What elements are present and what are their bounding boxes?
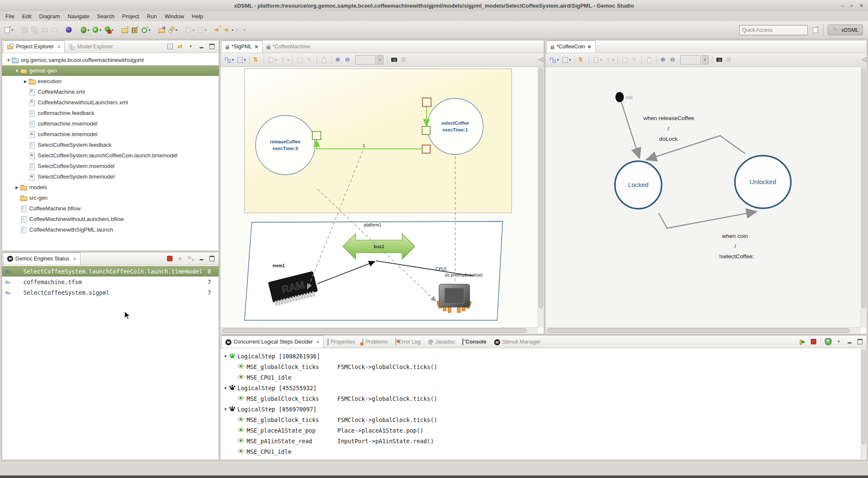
input-port-selectcoffee[interactable] bbox=[422, 126, 430, 134]
vertical-scrollbar[interactable] bbox=[538, 67, 543, 327]
new-class-icon[interactable]: ▾ bbox=[140, 25, 151, 36]
xdsml-perspective-button[interactable]: xDSML bbox=[828, 25, 863, 35]
horizontal-scrollbar[interactable] bbox=[546, 327, 861, 333]
mse-event-row[interactable]: MSE_placeA1State_pop Place->placeA1State… bbox=[220, 425, 861, 436]
run-icon[interactable]: ▾ bbox=[91, 25, 103, 36]
tree-item-gemoc-gen[interactable]: ▼ gemoc-gen bbox=[2, 65, 219, 76]
tab-error-log[interactable]: Error Log bbox=[392, 336, 424, 348]
new-wizard-icon[interactable]: ▾ bbox=[3, 25, 14, 36]
maximize-view-icon[interactable] bbox=[209, 255, 215, 262]
tree-item-coffemachine-timemodel[interactable]: coffemachine.timemodel bbox=[2, 129, 219, 140]
close-icon[interactable]: ✕ bbox=[57, 45, 61, 49]
tree-item-coffemachine-msemodel[interactable]: coffemachine.msemodel bbox=[2, 118, 219, 129]
logical-step-row[interactable]: ▼ LogicalStep [1008261936] bbox=[220, 351, 861, 361]
vertical-scrollbar[interactable] bbox=[861, 349, 866, 459]
tree-item-execution[interactable]: ▶ execution bbox=[2, 76, 219, 87]
engine-row-coffemachine-tfsm[interactable]: ⚙⚙ coffemachine.tfsm 7 bbox=[2, 277, 219, 287]
logical-step-row[interactable]: ▼ LogicalStep [455255932] bbox=[220, 383, 861, 393]
export-as-image-icon[interactable] bbox=[715, 54, 724, 65]
mse-event-row[interactable]: MSE_globalClock_ticks FSMClock->globalCl… bbox=[220, 414, 861, 425]
collapse-arrow-icon[interactable]: ▼ bbox=[222, 407, 229, 411]
tab-coffeecoin[interactable]: *CoffeeCoin ✕ bbox=[546, 40, 596, 53]
window-maximize-button[interactable]: + bbox=[850, 3, 854, 9]
tab-concurrent-logical-steps-decider[interactable]: M Concurrent Logical Steps Decider ✕ bbox=[221, 335, 324, 348]
new-package-icon[interactable] bbox=[130, 25, 139, 36]
menu-project[interactable]: Project bbox=[118, 12, 143, 20]
maximize-view-icon[interactable] bbox=[857, 338, 863, 345]
stop-engine-icon[interactable] bbox=[166, 255, 173, 262]
view-menu-icon[interactable]: ▼ bbox=[187, 43, 194, 50]
open-perspective-icon[interactable] bbox=[812, 27, 819, 34]
layer-filter-icon[interactable]: ▾ bbox=[548, 54, 560, 65]
collapse-all-icon[interactable]: − bbox=[167, 44, 173, 49]
output-port-top[interactable] bbox=[423, 98, 431, 106]
quick-access-input[interactable] bbox=[739, 25, 808, 35]
mse-event-row[interactable]: MSE_globalClock_ticks FSMClock->globalCl… bbox=[220, 393, 861, 404]
close-icon[interactable]: ✕ bbox=[587, 44, 591, 50]
last-edit-location-icon[interactable] bbox=[213, 25, 222, 36]
new-project-icon[interactable] bbox=[120, 25, 129, 36]
minimize-view-icon[interactable] bbox=[198, 43, 205, 50]
link-top-port[interactable] bbox=[426, 107, 427, 125]
minimize-view-icon[interactable] bbox=[846, 338, 853, 345]
tree-item-coffeemachinewithoutlaunchers-bflow[interactable]: CoffeeMachinewithoutLaunchers.bflow bbox=[2, 214, 219, 224]
transition-locked-to-unlocked[interactable] bbox=[659, 212, 756, 228]
tab-coffeemachine[interactable]: *CoffeeMachine bbox=[263, 41, 314, 53]
tab-gemoc-engines-status[interactable]: M Gemoc Engines Status ✕ bbox=[3, 252, 81, 265]
zoom-level-combo[interactable]: ▼ bbox=[679, 54, 709, 65]
close-icon[interactable]: ✕ bbox=[254, 44, 259, 50]
zoom-in-icon[interactable] bbox=[334, 54, 343, 65]
gemoc-animator-icon[interactable] bbox=[64, 25, 73, 36]
search-icon[interactable]: ▾ bbox=[167, 25, 178, 36]
tree-item-org-gemoc-sample-bcool-coffeemachinewithsigpml[interactable]: ▼ org.gemoc.sample.bcool.coffeemachinewi… bbox=[2, 55, 219, 65]
back-icon[interactable]: ▾ bbox=[223, 25, 234, 36]
horizontal-scrollbar[interactable] bbox=[221, 327, 538, 333]
export-as-image-icon[interactable] bbox=[390, 54, 399, 65]
mse-event-row[interactable]: MSE_globalClock_ticks FSMClock->globalCl… bbox=[220, 361, 861, 372]
palette-toggle-icon[interactable]: ◁ bbox=[862, 56, 866, 62]
logical-step-row[interactable]: ▼ LogicalStep [856970097] bbox=[220, 404, 861, 414]
zoom-out-icon[interactable] bbox=[344, 54, 353, 65]
menu-search[interactable]: Search bbox=[93, 12, 118, 20]
link-with-editor-icon[interactable]: ⇄ bbox=[177, 43, 184, 50]
mse-event-row[interactable]: MSE_CPU1_idle bbox=[220, 372, 861, 383]
expand-arrow-icon[interactable]: ▶ bbox=[14, 185, 20, 190]
zoom-in-icon[interactable] bbox=[659, 54, 668, 65]
layer-filter-icon[interactable]: ▾ bbox=[223, 54, 235, 65]
expand-arrow-icon[interactable]: ▶ bbox=[22, 79, 28, 84]
tree-item-selectcoffeesystem-msemodel[interactable]: SelectCoffeeSystem.msemodel bbox=[2, 161, 219, 171]
decider-shield-icon[interactable] bbox=[825, 338, 832, 345]
selection-mode-icon[interactable]: ▾ bbox=[561, 54, 572, 65]
tab-javadoc[interactable]: @ Javadoc bbox=[424, 336, 459, 348]
tab-console[interactable]: Console bbox=[459, 336, 490, 348]
init-state[interactable] bbox=[615, 92, 624, 102]
minimize-view-icon[interactable] bbox=[198, 255, 205, 262]
tab-properties[interactable]: Properties bbox=[324, 336, 359, 348]
tree-item-coffeemachine-xml[interactable]: CoffeeMachine.xml bbox=[2, 87, 219, 97]
tree-item-coffemachine-feedback[interactable]: coffemachine.feedback bbox=[2, 108, 219, 118]
close-icon[interactable]: ✕ bbox=[316, 340, 320, 344]
vertical-scrollbar[interactable] bbox=[861, 67, 866, 327]
open-resource-icon[interactable] bbox=[157, 25, 166, 36]
zoom-level-combo[interactable]: ▼ bbox=[353, 54, 384, 65]
palette-toggle-icon[interactable]: ◁ bbox=[539, 56, 543, 62]
coffeecoin-canvas[interactable]: init when releaseCoffee / doLock Locked … bbox=[545, 67, 861, 327]
refresh-diagram-icon[interactable] bbox=[577, 54, 586, 65]
menu-window[interactable]: Window bbox=[161, 12, 188, 20]
window-close-button[interactable]: ✕ bbox=[859, 3, 864, 9]
tab-stimuli-manager[interactable]: M Stimuli Manager bbox=[490, 336, 544, 348]
tree-item-coffeemachine-bflow[interactable]: CoffeeMachine.bflow bbox=[2, 203, 219, 214]
tab-sigpml[interactable]: *SigPML ✕ bbox=[221, 40, 263, 53]
tree-item-coffeemachinewithsigpml-launch[interactable]: CoffeeMachinewithSigPML.launch bbox=[2, 224, 219, 235]
stop-icon[interactable] bbox=[810, 338, 817, 345]
tree-item-models[interactable]: ▶ models bbox=[2, 182, 219, 193]
window-minimize-button[interactable]: – bbox=[841, 3, 844, 9]
tree-item-selectcoffeesystem-feedback[interactable]: SelectCoffeeSystem.feedback bbox=[2, 140, 219, 150]
close-icon[interactable]: ✕ bbox=[73, 257, 76, 261]
output-port-bottom[interactable] bbox=[422, 145, 430, 153]
mse-event-row[interactable]: MSE_pA1inState_read InputPort->pA1inStat… bbox=[220, 436, 861, 446]
maximize-view-icon[interactable] bbox=[209, 43, 215, 50]
step-forward-icon[interactable] bbox=[799, 338, 806, 345]
refresh-diagram-icon[interactable] bbox=[252, 54, 261, 65]
menu-run[interactable]: Run bbox=[143, 12, 161, 20]
